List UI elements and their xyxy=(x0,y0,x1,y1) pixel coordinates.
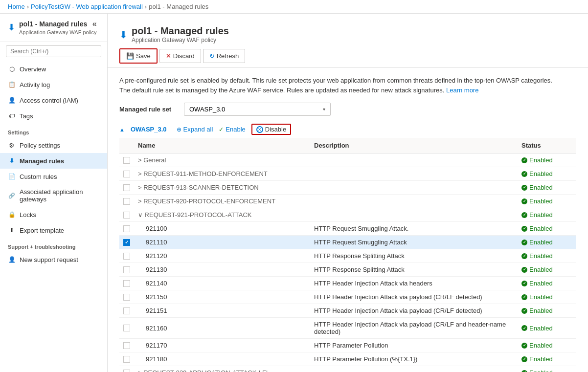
refresh-button[interactable]: ↻ Refresh xyxy=(203,49,246,63)
breadcrumb-home[interactable]: Home xyxy=(8,3,25,10)
sidebar-item-access-control-label: Access control (IAM) xyxy=(20,97,78,104)
sidebar-item-policy-settings-label: Policy settings xyxy=(20,142,60,149)
rule-name-req-921-header[interactable]: ∨ REQUEST-921-PROTOCOL-ATTACK xyxy=(134,208,310,222)
sidebar-item-associated-gateways[interactable]: 🔗 Associated application gateways xyxy=(0,184,107,207)
save-button[interactable]: 💾 Save xyxy=(119,48,158,64)
checkbox-921151[interactable] xyxy=(123,307,130,314)
sidebar-item-custom-rules[interactable]: 📄 Custom rules xyxy=(0,169,107,184)
checkbox-921170[interactable] xyxy=(123,342,130,349)
rule-checkbox-cell xyxy=(119,277,134,290)
sidebar-item-new-support-label: New support request xyxy=(20,256,78,263)
table-row[interactable]: 921170HTTP Parameter Pollution✓Enabled xyxy=(119,339,576,352)
checkbox-group-req-921-header[interactable] xyxy=(123,212,130,219)
rule-set-select[interactable]: OWASP_3.0 ▾ xyxy=(184,103,331,116)
checkbox-921140[interactable] xyxy=(123,280,130,287)
content-area: ⬇ pol1 - Managed rules Application Gatew… xyxy=(108,14,588,372)
rule-checkbox-cell xyxy=(119,352,134,366)
sidebar-item-policy-settings[interactable]: ⚙ Policy settings xyxy=(0,137,107,153)
sidebar-item-export-template[interactable]: ⬆ Export template xyxy=(0,222,107,238)
table-row[interactable]: > REQUEST-920-PROTOCOL-ENFORCEMENT✓Enabl… xyxy=(119,195,576,208)
sidebar-item-activity-log[interactable]: 📋 Activity log xyxy=(0,77,107,92)
table-row[interactable]: > REQUEST-913-SCANNER-DETECTION✓Enabled xyxy=(119,181,576,195)
checkbox-921150[interactable] xyxy=(123,294,130,301)
discard-button[interactable]: ✕ Discard xyxy=(159,49,201,63)
rule-name-921180: 921180 xyxy=(134,352,310,366)
checkbox-921180[interactable] xyxy=(123,356,130,363)
table-row[interactable]: 921130HTTP Response Splitting Attack✓Ena… xyxy=(119,263,576,277)
rule-status-req-913: ✓Enabled xyxy=(518,181,576,195)
table-row[interactable]: 921180HTTP Parameter Pollution (%{TX.1})… xyxy=(119,352,576,366)
rule-status-req-911: ✓Enabled xyxy=(518,167,576,181)
sidebar-collapse-btn[interactable]: « xyxy=(92,20,97,28)
owasp-section: ▲ OWASP_3.0 ⊕ Expand all ✓ Enable ✕ xyxy=(119,124,576,372)
rule-desc-req-921-header xyxy=(310,208,518,222)
sidebar-item-new-support[interactable]: 👤 New support request xyxy=(0,252,107,267)
checkbox-921130[interactable] xyxy=(123,266,130,273)
rule-set-value: OWASP_3.0 xyxy=(189,106,225,113)
rule-checkbox-cell xyxy=(119,222,134,236)
rule-status-req-920: ✓Enabled xyxy=(518,195,576,208)
expand-all-btn[interactable]: ⊕ Expand all xyxy=(177,126,213,133)
table-row[interactable]: 921160HTTP Header Injection Attack via p… xyxy=(119,318,576,339)
sidebar-item-locks-label: Locks xyxy=(20,211,36,219)
table-row[interactable]: 921110HTTP Request Smuggling Attack✓Enab… xyxy=(119,236,576,249)
rule-checkbox-cell xyxy=(119,339,134,352)
sidebar-item-overview[interactable]: ⬡ Overview xyxy=(0,61,107,77)
checkbox-921100[interactable] xyxy=(123,225,130,232)
sidebar-item-tags[interactable]: 🏷 Tags xyxy=(0,108,107,124)
table-row[interactable]: 921140HTTP Header Injection Attack via h… xyxy=(119,277,576,290)
rule-status-req-921-header: ✓Enabled xyxy=(518,208,576,222)
sidebar-item-managed-rules[interactable]: ⬇ Managed rules xyxy=(0,153,107,169)
disable-btn[interactable]: ✕ Disable xyxy=(251,124,291,135)
content-header: ⬇ pol1 - Managed rules Application Gatew… xyxy=(108,14,588,44)
col-description-header: Description xyxy=(310,138,518,153)
access-control-icon: 👤 xyxy=(8,96,16,104)
checkbox-group-req-920[interactable] xyxy=(123,198,130,205)
rule-desc-921150: HTTP Header Injection Attack via payload… xyxy=(310,290,518,304)
sidebar-item-access-control[interactable]: 👤 Access control (IAM) xyxy=(0,92,107,108)
disable-icon: ✕ xyxy=(256,126,263,133)
rule-status-921160: ✓Enabled xyxy=(518,318,576,339)
rule-checkbox-cell xyxy=(119,236,134,249)
table-row[interactable]: 921151HTTP Header Injection Attack via p… xyxy=(119,304,576,318)
rule-name-req-930[interactable]: > REQUEST-930-APPLICATION-ATTACK-LFI xyxy=(134,366,310,372)
rule-name-921140: 921140 xyxy=(134,277,310,290)
rule-set-label: Managed rule set xyxy=(119,106,178,113)
associated-gateways-icon: 🔗 xyxy=(8,192,16,199)
rule-checkbox-cell xyxy=(119,167,134,181)
rule-name-req-920[interactable]: > REQUEST-920-PROTOCOL-ENFORCEMENT xyxy=(134,195,310,208)
new-support-icon: 👤 xyxy=(8,256,16,263)
sidebar-item-associated-gateways-label: Associated application gateways xyxy=(20,188,99,203)
sidebar-item-locks[interactable]: 🔒 Locks xyxy=(0,207,107,222)
sidebar-nav: ⬡ Overview 📋 Activity log 👤 Access contr… xyxy=(0,61,107,372)
expand-all-icon: ⊕ xyxy=(177,126,181,133)
table-row[interactable]: > REQUEST-930-APPLICATION-ATTACK-LFI✓Ena… xyxy=(119,366,576,372)
checkbox-group-req-911[interactable] xyxy=(123,171,130,177)
search-input[interactable] xyxy=(6,45,101,57)
table-row[interactable]: 921120HTTP Response Splitting Attack✓Ena… xyxy=(119,249,576,263)
rule-name-req-913[interactable]: > REQUEST-913-SCANNER-DETECTION xyxy=(134,181,310,195)
enable-btn[interactable]: ✓ Enable xyxy=(219,126,245,133)
checkbox-group-req-930[interactable] xyxy=(123,370,130,372)
table-row[interactable]: 921100HTTP Request Smuggling Attack.✓Ena… xyxy=(119,222,576,236)
checkbox-921110[interactable] xyxy=(123,239,130,246)
rule-name-req-911[interactable]: > REQUEST-911-METHOD-ENFORCEMENT xyxy=(134,167,310,181)
table-row[interactable]: 921150HTTP Header Injection Attack via p… xyxy=(119,290,576,304)
checkbox-group-general-group[interactable] xyxy=(123,157,130,164)
learn-more-link[interactable]: Learn more xyxy=(446,87,478,94)
checkbox-group-req-913[interactable] xyxy=(123,184,130,191)
custom-rules-icon: 📄 xyxy=(8,173,16,180)
checkbox-921160[interactable] xyxy=(123,325,130,331)
rule-status-general-group: ✓Enabled xyxy=(518,153,576,167)
breadcrumb-waf[interactable]: PolicyTestGW - Web application firewall xyxy=(31,3,143,10)
checkbox-921120[interactable] xyxy=(123,253,130,260)
table-row[interactable]: > General✓Enabled xyxy=(119,153,576,167)
toolbar: 💾 Save ✕ Discard ↻ Refresh xyxy=(108,44,588,68)
table-row[interactable]: > REQUEST-911-METHOD-ENFORCEMENT✓Enabled xyxy=(119,167,576,181)
table-row[interactable]: ∨ REQUEST-921-PROTOCOL-ATTACK✓Enabled xyxy=(119,208,576,222)
rule-name-general-group[interactable]: > General xyxy=(134,153,310,167)
rule-checkbox-cell xyxy=(119,153,134,167)
policy-settings-icon: ⚙ xyxy=(8,141,16,149)
overview-icon: ⬡ xyxy=(8,65,16,73)
rule-name-921130: 921130 xyxy=(134,263,310,277)
